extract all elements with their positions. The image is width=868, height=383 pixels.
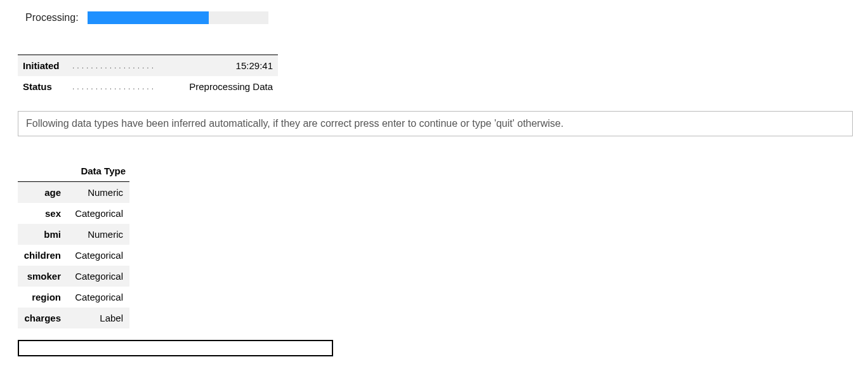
dtype-row-type: Numeric — [66, 224, 129, 245]
dtype-header-col: Data Type — [66, 162, 129, 182]
dtype-header-blank — [18, 162, 66, 182]
dtype-row-type: Categorical — [66, 287, 129, 308]
dtype-table: Data Type ageNumericsexCategoricalbmiNum… — [18, 162, 129, 328]
dots-filler: .................. — [69, 55, 170, 77]
status-table: Initiated..................15:29:41Statu… — [18, 55, 278, 97]
dtype-row-type: Numeric — [66, 182, 129, 204]
dtype-row-type: Categorical — [66, 266, 129, 287]
dtype-row-type: Categorical — [66, 203, 129, 224]
dtype-row-type: Label — [66, 308, 129, 328]
dtype-row-type: Categorical — [66, 245, 129, 266]
dtype-tbody: ageNumericsexCategoricalbmiNumericchildr… — [18, 182, 129, 329]
status-key: Initiated — [18, 55, 69, 77]
processing-label: Processing: — [25, 12, 79, 23]
dtype-row: chargesLabel — [18, 308, 129, 328]
dtype-row-name: age — [18, 182, 66, 204]
dtype-row-name: smoker — [18, 266, 66, 287]
dtype-row-name: bmi — [18, 224, 66, 245]
dtype-row: childrenCategorical — [18, 245, 129, 266]
dtype-row: bmiNumeric — [18, 224, 129, 245]
dtype-row: regionCategorical — [18, 287, 129, 308]
dtype-row-name: sex — [18, 203, 66, 224]
prompt-input[interactable] — [18, 340, 333, 356]
processing-row: Processing: — [25, 11, 850, 24]
dtype-row: smokerCategorical — [18, 266, 129, 287]
dots-filler: .................. — [69, 76, 170, 97]
dtype-row-name: children — [18, 245, 66, 266]
dtype-row: ageNumeric — [18, 182, 129, 204]
dtype-row-name: region — [18, 287, 66, 308]
status-row: Initiated..................15:29:41 — [18, 55, 278, 77]
status-value: 15:29:41 — [170, 55, 278, 77]
info-message: Following data types have been inferred … — [18, 111, 853, 136]
status-row: Status..................Preprocessing Da… — [18, 76, 278, 97]
dtype-row-name: charges — [18, 308, 66, 328]
progress-fill — [88, 11, 209, 24]
dtype-row: sexCategorical — [18, 203, 129, 224]
progress-bar — [88, 11, 268, 24]
status-key: Status — [18, 76, 69, 97]
status-value: Preprocessing Data — [170, 76, 278, 97]
status-tbody: Initiated..................15:29:41Statu… — [18, 55, 278, 98]
